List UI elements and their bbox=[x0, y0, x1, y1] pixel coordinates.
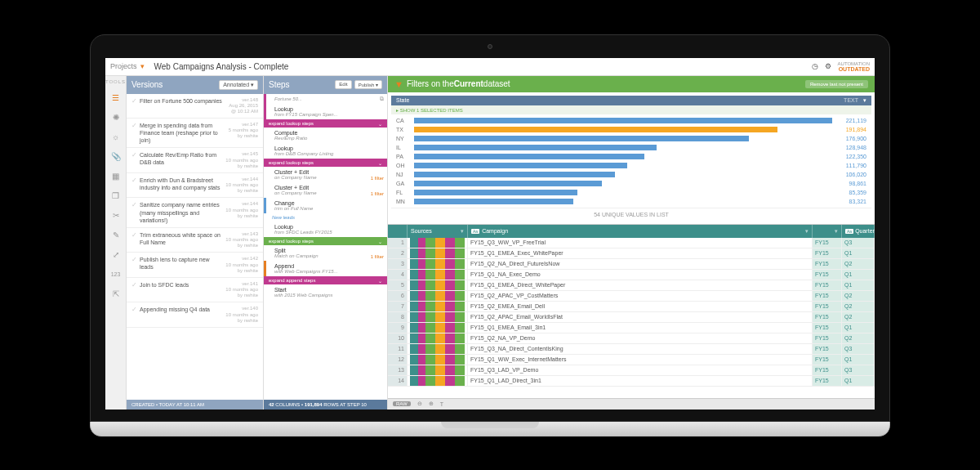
expand-toggle[interactable]: expand lookup steps⌄ bbox=[264, 119, 387, 128]
cell-fy: FY15 bbox=[813, 291, 842, 301]
version-item[interactable]: ✓Trim extraneous white space on Full Nam… bbox=[127, 228, 263, 253]
chart-bar[interactable]: NY176,900 bbox=[396, 134, 866, 143]
expand-toggle[interactable]: expand append steps⌄ bbox=[264, 276, 387, 284]
version-item[interactable]: ✓Calculate Rev/Emp Ratio from D&B datave… bbox=[127, 148, 263, 173]
table-row[interactable]: 12FY15_Q1_WW_Exec_InternetMattersFY15Q1 bbox=[388, 355, 875, 365]
spark-icon[interactable]: ✺ bbox=[110, 112, 122, 123]
copy-icon[interactable]: ❐ bbox=[110, 190, 122, 202]
table-row[interactable]: 5FY15_Q1_EMEA_Direct_WhitePaperFY15Q1 bbox=[388, 280, 875, 291]
table-row[interactable]: 3FY15_Q2_NA_Direct_FutureIsNowFY15Q2 bbox=[388, 259, 875, 270]
step-item[interactable]: Appendwith Web Campaigns FY15... bbox=[264, 261, 387, 276]
pen-icon[interactable]: ✎ bbox=[110, 230, 122, 241]
step-item[interactable]: ⧉Fortune 50... bbox=[264, 94, 387, 104]
chevron-down-icon[interactable]: ▾ bbox=[805, 228, 808, 235]
version-item[interactable]: ✓Publish lens to capture new leadsver.14… bbox=[127, 253, 263, 278]
chart-bar[interactable]: OH111,790 bbox=[396, 161, 866, 170]
step-item[interactable]: Cluster + Editon Company Name1 filter bbox=[264, 182, 387, 198]
table-row[interactable]: 4FY15_Q1_NA_Exec_DemoFY15Q1 bbox=[388, 270, 875, 280]
cell-quarter: Q3 bbox=[842, 365, 875, 375]
chart-bar[interactable]: NJ106,020 bbox=[396, 170, 866, 179]
publish-button[interactable]: Publish ▾ bbox=[354, 80, 382, 89]
version-item[interactable]: ✓Merge in spending data from Finance tea… bbox=[127, 119, 263, 148]
cell-fy: FY15 bbox=[813, 365, 842, 375]
projects-caret-icon[interactable]: ▾ bbox=[140, 62, 145, 70]
expand-toggle[interactable]: expand lookup steps⌄ bbox=[264, 159, 387, 167]
step-item[interactable]: Startwith 2015 Web Campaigns bbox=[264, 284, 387, 300]
chart-bar[interactable]: IL128,948 bbox=[396, 143, 866, 152]
projects-link[interactable]: Projects bbox=[110, 62, 137, 70]
cell-rownum: 5 bbox=[388, 280, 408, 290]
col-fy[interactable]: ▾ bbox=[813, 225, 842, 238]
version-item[interactable]: ✓Filter on Fortune 500 companiesver.148A… bbox=[127, 94, 263, 119]
raw-toggle[interactable]: RAW bbox=[393, 401, 411, 406]
table-row[interactable]: 2FY15_Q1_EMEA_Exec_WhitePaperFY15Q1 bbox=[388, 248, 875, 259]
step-item[interactable]: Changetrim on Full Name bbox=[264, 198, 387, 213]
cell-fy: FY15 bbox=[813, 355, 842, 365]
version-meta: ver.14010 months agoby nwhite bbox=[224, 306, 258, 324]
version-item[interactable]: ✓Enrich with Dun & Bradstreet industry i… bbox=[127, 173, 263, 199]
expand-toggle[interactable]: expand lookup steps⌄ bbox=[264, 237, 387, 245]
table-row[interactable]: 10FY15_Q2_NA_VP_DemoFY15Q2 bbox=[388, 333, 875, 344]
bar-label: PA bbox=[396, 154, 411, 159]
cell-sources bbox=[408, 312, 468, 322]
table-row[interactable]: 7FY15_Q2_EMEA_Email_DellFY15Q2 bbox=[388, 302, 875, 312]
table-row[interactable]: 8FY15_Q2_APAC_Email_WorldIsFlatFY15Q2 bbox=[388, 312, 875, 323]
version-item[interactable]: ✓Sanitize company name entries (many mis… bbox=[127, 198, 263, 227]
version-item[interactable]: ✓Appending missing Q4 dataver.14010 mont… bbox=[127, 302, 263, 328]
step-item[interactable]: Lookupfrom D&B Company Listing bbox=[264, 143, 387, 159]
chart-menu-icon[interactable]: ▾ bbox=[863, 97, 866, 104]
cell-fy: FY15 bbox=[813, 259, 842, 269]
zoom-in-icon[interactable]: ⊕ bbox=[429, 401, 434, 407]
versions-filter-dropdown[interactable]: Annotated ▾ bbox=[219, 80, 258, 90]
table-row[interactable]: 14FY15_Q1_LAD_Direct_3in1FY15Q1 bbox=[388, 376, 875, 387]
edit-button[interactable]: Edit bbox=[335, 80, 351, 89]
remove-filter-pill[interactable]: Remove last not present bbox=[805, 80, 868, 88]
zoom-out-icon[interactable]: ⊖ bbox=[417, 401, 422, 407]
show-selected-toggle[interactable]: ▸ SHOW 1 SELECTED ITEMS bbox=[391, 105, 871, 114]
chart-bar[interactable]: TX191,894 bbox=[396, 125, 866, 134]
cell-rownum: 1 bbox=[388, 238, 408, 248]
new-leads-label: New leads bbox=[264, 213, 387, 222]
table-row[interactable]: 6FY15_Q2_APAC_VP_CostMattersFY15Q2 bbox=[388, 291, 875, 302]
filter-badge: 1 filter bbox=[371, 191, 384, 196]
chart-bar[interactable]: GA98,861 bbox=[396, 179, 866, 188]
col-campaign[interactable]: AaCampaign▾ bbox=[468, 225, 813, 238]
external-link-icon[interactable]: ⧉ bbox=[380, 96, 384, 102]
cut-icon[interactable]: ✂ bbox=[110, 210, 122, 222]
table-row[interactable]: 1FY15_Q3_WW_VP_FreeTrialFY15Q3 bbox=[388, 238, 875, 248]
cell-quarter: Q1 bbox=[842, 355, 875, 365]
chart-bar[interactable]: CA221,119 bbox=[396, 116, 866, 125]
table-row[interactable]: 11FY15_Q3_NA_Direct_ContentIsKingFY15Q3 bbox=[388, 344, 875, 355]
step-item[interactable]: ComputeRev/Emp Ratio bbox=[264, 128, 387, 143]
table-row[interactable]: 13FY15_Q3_LAD_VP_DemoFY15Q3 bbox=[388, 365, 875, 376]
chart-bar[interactable]: FL85,359 bbox=[396, 188, 866, 197]
chevron-down-icon[interactable]: ▾ bbox=[461, 228, 464, 235]
cell-campaign: FY15_Q2_APAC_VP_CostMatters bbox=[468, 291, 813, 301]
check-icon: ✓ bbox=[131, 97, 140, 115]
step-item[interactable]: SplitMatch on Campaign1 filter bbox=[264, 245, 387, 261]
step-item[interactable]: Lookupfrom SFDC Leads FY2015 bbox=[264, 222, 387, 237]
chart-bar[interactable]: PA122,350 bbox=[396, 152, 866, 161]
clip-icon[interactable]: 📎 bbox=[110, 151, 122, 163]
chart-bar[interactable]: MN83,321 bbox=[396, 197, 866, 206]
sun-icon[interactable]: ☼ bbox=[110, 132, 122, 143]
text-tool-icon[interactable]: T bbox=[440, 401, 443, 407]
list-icon[interactable]: ☰ bbox=[110, 92, 122, 104]
expand-icon[interactable]: ⤢ bbox=[110, 249, 122, 261]
table-row[interactable]: 9FY15_Q1_EMEA_Email_3in1FY15Q1 bbox=[388, 323, 875, 333]
step-item[interactable]: Lookupfrom FY15 Campaign Spen... bbox=[264, 104, 387, 119]
col-quarter[interactable]: AaQuarter bbox=[842, 225, 875, 238]
cell-quarter: Q3 bbox=[842, 344, 875, 354]
clock-icon[interactable]: ◷ bbox=[812, 62, 818, 70]
chevron-down-icon[interactable]: ▾ bbox=[835, 228, 838, 235]
external-icon[interactable]: ⇱ bbox=[110, 289, 122, 300]
step-item[interactable]: Cluster + Editon Company Name1 filter bbox=[264, 167, 387, 182]
col-sources[interactable]: Sources▾ bbox=[408, 225, 468, 238]
grid-icon[interactable]: ▦ bbox=[110, 171, 122, 182]
gear-icon[interactable]: ⚙ bbox=[825, 62, 831, 70]
grid-footer: RAW ⊖ ⊕ T bbox=[388, 398, 875, 410]
cell-campaign: FY15_Q2_NA_Direct_FutureIsNow bbox=[468, 259, 813, 269]
numbers-icon[interactable]: 123 bbox=[110, 269, 122, 280]
check-icon: ✓ bbox=[131, 151, 140, 169]
version-item[interactable]: ✓Join to SFDC leadsver.14110 months agob… bbox=[127, 278, 263, 303]
